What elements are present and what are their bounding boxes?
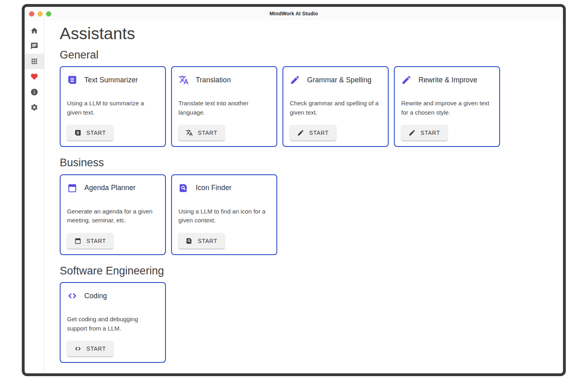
- sidebar: [25, 21, 44, 373]
- start-button-label: START: [198, 238, 218, 244]
- start-button-label: START: [86, 238, 106, 244]
- card-description: Translate text into another language.: [178, 99, 270, 117]
- icon-search-icon: [186, 237, 193, 245]
- pencil-icon: [297, 129, 304, 136]
- pencil-icon: [290, 75, 300, 85]
- start-button-label: START: [309, 130, 329, 136]
- card-title: Icon Finder: [196, 184, 232, 192]
- apps-grid-icon: [30, 57, 38, 65]
- start-button-label: START: [421, 130, 440, 136]
- sidebar-item-favorites[interactable]: [25, 69, 44, 84]
- chat-icon: [30, 42, 38, 50]
- page-title: Assistants: [60, 25, 553, 43]
- start-button[interactable]: START: [67, 125, 113, 140]
- summarize-icon: [67, 75, 77, 85]
- card-description: Using a LLM to find an icon for a given …: [178, 207, 270, 225]
- section-label: Software Engineering: [60, 264, 553, 277]
- section-label: Business: [60, 156, 553, 169]
- assistant-card: Coding Get coding and debugging support …: [60, 282, 166, 363]
- card-title: Rewrite & Improve: [419, 76, 477, 84]
- translate-icon: [178, 75, 189, 85]
- minimize-button[interactable]: [38, 11, 43, 17]
- card-title: Grammar & Spelling: [307, 76, 371, 84]
- sections: General Text Summarizer Using a LLM to s…: [60, 48, 553, 363]
- card-row: Coding Get coding and debugging support …: [60, 282, 553, 363]
- start-button[interactable]: START: [178, 233, 225, 249]
- traffic-lights: [25, 11, 51, 17]
- card-row: Text Summarizer Using a LLM to summarize…: [60, 66, 553, 147]
- card-title: Text Summarizer: [84, 76, 138, 84]
- start-button[interactable]: START: [178, 125, 225, 140]
- start-button-label: START: [86, 130, 106, 136]
- close-button[interactable]: [29, 11, 34, 17]
- code-icon: [74, 345, 82, 352]
- desktop-background: MindWork AI Studio Assistants General Te…: [0, 0, 588, 383]
- zoom-button[interactable]: [46, 11, 51, 17]
- start-button[interactable]: START: [401, 125, 448, 140]
- start-button[interactable]: START: [290, 125, 336, 140]
- card-description: Check grammar and spelling of a given te…: [290, 99, 381, 117]
- section-label: General: [60, 48, 553, 61]
- calendar-icon: [67, 183, 77, 193]
- titlebar: MindWork AI Studio: [25, 7, 563, 21]
- start-button-label: START: [198, 130, 218, 136]
- icon-search-icon: [178, 183, 189, 193]
- code-icon: [67, 291, 77, 301]
- card-description: Get coding and debugging support from a …: [67, 315, 159, 333]
- pencil-icon: [401, 75, 412, 85]
- card-description: Generate an agenda for a given meeting, …: [67, 207, 159, 225]
- sidebar-item-chats[interactable]: [25, 38, 44, 54]
- assistant-card: Text Summarizer Using a LLM to summarize…: [60, 66, 166, 147]
- assistant-card: Translation Translate text into another …: [171, 66, 277, 147]
- card-title: Agenda Planner: [84, 184, 136, 192]
- start-button[interactable]: START: [67, 341, 113, 356]
- assistant-card: Icon Finder Using a LLM to find an icon …: [171, 174, 277, 255]
- card-row: Agenda Planner Generate an agenda for a …: [60, 174, 553, 255]
- sidebar-item-about[interactable]: [25, 84, 44, 100]
- assistant-card: Rewrite & Improve Rewrite and improve a …: [394, 66, 500, 147]
- sidebar-item-home[interactable]: [25, 23, 44, 38]
- gear-icon: [30, 103, 38, 111]
- info-icon: [30, 88, 38, 96]
- card-title: Translation: [196, 76, 231, 84]
- assistant-section: Software Engineering Coding Get coding a…: [60, 264, 553, 363]
- assistant-card: Grammar & Spelling Check grammar and spe…: [282, 66, 389, 147]
- translate-icon: [186, 129, 193, 136]
- card-description: Rewrite and improve a given text for a c…: [401, 99, 493, 117]
- assistant-section: Business Agenda Planner Generate an agen…: [60, 156, 553, 255]
- assistant-section: General Text Summarizer Using a LLM to s…: [60, 48, 553, 147]
- app-window: MindWork AI Studio Assistants General Te…: [22, 4, 566, 376]
- calendar-icon: [74, 237, 82, 245]
- start-button[interactable]: START: [67, 233, 113, 249]
- sidebar-item-settings[interactable]: [25, 100, 44, 115]
- main-content: Assistants General Text Summarizer Using…: [44, 21, 563, 373]
- pencil-icon: [408, 129, 416, 136]
- assistant-card: Agenda Planner Generate an agenda for a …: [60, 174, 166, 255]
- card-title: Coding: [84, 292, 107, 300]
- sidebar-item-assistants[interactable]: [25, 54, 44, 69]
- summarize-icon: [74, 129, 82, 136]
- start-button-label: START: [86, 345, 106, 352]
- card-description: Using a LLM to summarize a given text.: [67, 99, 159, 117]
- home-icon: [30, 27, 38, 35]
- heart-icon: [30, 73, 38, 81]
- window-title: MindWork AI Studio: [25, 11, 563, 17]
